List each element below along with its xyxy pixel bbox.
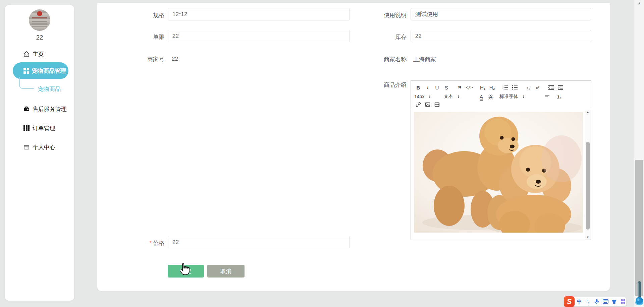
- insert-video-icon[interactable]: [433, 101, 441, 109]
- sidebar-item-label: 主页: [33, 50, 44, 58]
- thermometer-widget-icon[interactable]: [635, 279, 644, 306]
- merchant-name-value: 上海商家: [413, 56, 436, 63]
- header1-button[interactable]: H₁: [479, 83, 487, 91]
- blockquote-button[interactable]: ❞: [456, 83, 464, 91]
- merchant-no-label: 商家号: [111, 56, 164, 63]
- soft-keyboard-icon[interactable]: [602, 298, 609, 305]
- briefcase-icon: [23, 106, 30, 112]
- underline-button[interactable]: U: [433, 83, 441, 91]
- sidebar-item-home[interactable]: 主页: [5, 49, 74, 59]
- toolbox-grid-icon[interactable]: [620, 298, 626, 305]
- cancel-button[interactable]: 取消: [207, 265, 245, 278]
- editor-toolbar: B I U S ❞ </> H₁ H₂ 123 x₂ x²: [411, 80, 591, 109]
- header2-button[interactable]: H₂: [488, 83, 496, 91]
- ordered-list-icon[interactable]: 123: [501, 83, 509, 91]
- stock-label: 库存: [353, 33, 407, 41]
- required-asterisk: *: [149, 240, 152, 246]
- stock-input[interactable]: [411, 30, 591, 42]
- editor-scrollbar[interactable]: ▲ ▼: [585, 110, 591, 240]
- superscript-button[interactable]: x²: [534, 83, 542, 91]
- bold-button[interactable]: B: [414, 83, 422, 91]
- background-color-button[interactable]: A: [487, 93, 495, 101]
- confirm-button[interactable]: 确定: [168, 265, 204, 278]
- avatar[interactable]: [29, 9, 50, 31]
- sidebar-item-pet-product-mgmt[interactable]: 宠物商品管理: [13, 62, 68, 79]
- limit-input[interactable]: [168, 30, 350, 42]
- code-block-button[interactable]: </>: [465, 83, 473, 91]
- text-color-button[interactable]: A: [477, 93, 485, 101]
- punctuation-mode-button[interactable]: °,: [585, 298, 591, 305]
- sidebar-item-label: 订单管理: [33, 124, 55, 132]
- bullet-list-icon[interactable]: [511, 83, 519, 91]
- page-scroll-up-icon[interactable]: ▲: [634, 0, 644, 6]
- align-icon[interactable]: [543, 93, 551, 101]
- usage-input[interactable]: [411, 8, 591, 20]
- sidebar-item-label: 个人中心: [33, 143, 55, 151]
- price-label: *价格: [111, 239, 164, 247]
- poodle-photo: [414, 112, 583, 233]
- chinese-mode-button[interactable]: 中: [576, 298, 583, 305]
- editor-content-area[interactable]: ▲ ▼: [411, 109, 591, 240]
- usage-label: 使用说明: [353, 11, 407, 19]
- svg-text:3: 3: [502, 88, 503, 90]
- ime-toolbar: S 中 °,: [567, 297, 627, 306]
- sogou-logo[interactable]: S: [564, 296, 575, 307]
- dropdown-arrows-icon: ▴▾: [523, 95, 524, 98]
- sidebar-item-personal-center[interactable]: 个人中心: [5, 142, 74, 152]
- price-input[interactable]: [168, 236, 350, 248]
- submenu-connector-line: [19, 77, 34, 89]
- skin-shirt-icon[interactable]: [611, 298, 618, 305]
- indent-icon[interactable]: [556, 83, 565, 91]
- outdent-icon[interactable]: [547, 83, 555, 91]
- subscript-button[interactable]: x₂: [524, 83, 532, 91]
- font-family-select[interactable]: 标准字体 ▴▾: [499, 94, 536, 100]
- spec-label: 规格: [111, 11, 164, 19]
- editor-scrollbar-thumb[interactable]: [586, 142, 590, 230]
- merchant-no-value: 22: [172, 56, 178, 62]
- clear-format-button[interactable]: Tₓ: [555, 93, 563, 101]
- paragraph-style-select[interactable]: 文本 ▴▾: [444, 94, 473, 100]
- sidebar-item-label: 宠物商品管理: [32, 67, 66, 75]
- merchant-name-label: 商家名称: [353, 56, 407, 63]
- page-scrollbar[interactable]: ▲ ▼: [634, 0, 644, 307]
- page-scrollbar-thumb[interactable]: [635, 160, 643, 296]
- dropdown-arrows-icon: ▴▾: [458, 95, 459, 98]
- sidebar-item-pet-product[interactable]: 宠物商品: [38, 85, 61, 93]
- scroll-up-icon[interactable]: ▲: [585, 110, 591, 114]
- username: 22: [5, 34, 74, 41]
- sidebar-item-orders[interactable]: 订单管理: [5, 123, 74, 133]
- italic-button[interactable]: I: [424, 83, 432, 91]
- rich-text-editor: B I U S ❞ </> H₁ H₂ 123 x₂ x²: [411, 80, 591, 240]
- sidebar: 22 主页 宠物商品管理 宠物商品 售后服务管理 订单管理 个人中心: [5, 5, 74, 301]
- font-size-select[interactable]: 14px ▴▾: [414, 94, 439, 99]
- product-edit-form: 规格 使用说明 单限 库存 商家号 22 商家名称 上海商家 商品介绍 B I …: [97, 3, 610, 291]
- orders-grid-icon: [23, 125, 30, 131]
- card-icon: [23, 144, 30, 150]
- sidebar-item-label: 售后服务管理: [33, 105, 67, 113]
- home-icon: [23, 51, 30, 57]
- link-icon[interactable]: [414, 101, 422, 109]
- spec-input[interactable]: [168, 8, 350, 20]
- scroll-down-icon[interactable]: ▼: [585, 235, 591, 240]
- strikethrough-button[interactable]: S: [442, 83, 450, 91]
- microphone-icon[interactable]: [593, 298, 600, 305]
- sidebar-item-after-sales[interactable]: 售后服务管理: [5, 104, 74, 114]
- limit-label: 单限: [111, 33, 164, 41]
- intro-label: 商品介绍: [353, 81, 407, 89]
- dropdown-arrows-icon: ▴▾: [429, 95, 430, 98]
- grid-icon: [23, 68, 29, 74]
- insert-image-icon[interactable]: [424, 101, 432, 109]
